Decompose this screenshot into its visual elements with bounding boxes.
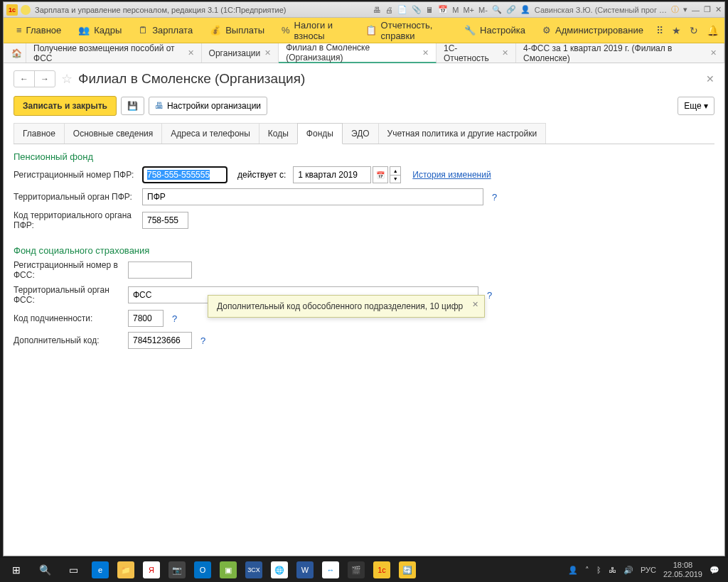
save-button[interactable]: 💾 (121, 97, 144, 115)
user-icon[interactable]: 👤 (520, 5, 530, 14)
date-spinner[interactable]: ▲▼ (390, 166, 401, 183)
tab-close-icon[interactable]: ✕ (502, 48, 508, 58)
itab-edo[interactable]: ЭДО (342, 123, 379, 144)
tray-up-icon[interactable]: ˄ (585, 566, 589, 575)
tb-taskview-icon[interactable]: ▭ (60, 559, 87, 581)
print-icon[interactable]: 🖶 (373, 6, 381, 14)
tb-explorer[interactable]: 📁 (114, 559, 138, 581)
page-title: Филиал в Смоленске (Организация) (78, 71, 305, 87)
pfr-code-label: Код территориального органа ПФР: (14, 210, 138, 230)
mplus-icon[interactable]: M+ (463, 6, 474, 14)
tb-yandex[interactable]: Я (139, 559, 164, 581)
tab-close-icon[interactable]: ✕ (264, 48, 271, 58)
menu-admin[interactable]: ⚙Администрирование (535, 22, 651, 38)
maximize-icon[interactable]: ❐ (704, 5, 711, 14)
tb-outlook[interactable]: O (191, 559, 215, 581)
pfr-reg-input[interactable] (142, 166, 228, 183)
tray-bt-icon[interactable]: ᛒ (596, 566, 601, 574)
tb-teamviewer[interactable]: ↔ (318, 559, 343, 581)
valid-from-input[interactable] (293, 166, 371, 183)
help-icon[interactable]: ? (487, 290, 492, 301)
tb-camera[interactable]: 📷 (165, 559, 189, 581)
tb-app3[interactable]: 🔄 (395, 559, 419, 581)
apps-icon[interactable]: ⠿ (656, 25, 663, 36)
fss-add-input[interactable] (128, 332, 192, 349)
itab-policy[interactable]: Учетная политика и другие настройки (378, 123, 547, 144)
itab-codes[interactable]: Коды (259, 123, 298, 144)
bell-icon[interactable]: 🔔 (707, 25, 719, 36)
close-icon[interactable]: ✕ (715, 5, 722, 14)
help-icon[interactable]: ? (200, 335, 205, 346)
info-icon[interactable]: ⓘ (671, 4, 679, 15)
tb-search-icon[interactable]: 🔍 (31, 559, 58, 581)
tray-vol-icon[interactable]: 🔊 (623, 566, 633, 575)
nav-back-icon[interactable]: ← (14, 71, 35, 87)
help-icon[interactable]: ? (172, 313, 177, 324)
save-close-button[interactable]: Записать и закрыть (14, 96, 117, 116)
m-icon[interactable]: M (452, 6, 459, 14)
print2-icon[interactable]: 🖨 (385, 6, 393, 14)
tab-4[interactable]: 4-ФСС за 1 квартал 2019 г. (Филиал в Смо… (516, 43, 724, 63)
tb-app2[interactable]: 3CX (242, 559, 266, 581)
tab-close-icon[interactable]: ✕ (188, 48, 194, 58)
menu-main[interactable]: ≡Главное (9, 22, 68, 38)
tb-1c[interactable]: 1c (370, 559, 394, 581)
pfr-terr-input[interactable] (142, 188, 483, 205)
calendar-icon[interactable]: 📅 (438, 5, 448, 14)
search-icon[interactable]: 🔍 (492, 5, 502, 14)
tab-close-icon[interactable]: ✕ (422, 48, 429, 58)
pfr-code-input[interactable] (142, 212, 188, 229)
tb-edge[interactable]: e (88, 559, 112, 581)
dropdown-icon[interactable]: ▾ (683, 5, 687, 14)
tb-word[interactable]: W (293, 559, 317, 581)
menu-kadry[interactable]: 👥Кадры (71, 22, 129, 38)
link-icon[interactable]: 🔗 (506, 5, 516, 14)
calendar-button[interactable]: 📅 (373, 166, 388, 183)
tray-notif-icon[interactable]: 💬 (710, 566, 719, 575)
clip-icon[interactable]: 📎 (412, 5, 422, 14)
tray-net-icon[interactable]: 🖧 (609, 566, 616, 574)
nav-fwd-icon[interactable]: → (35, 71, 55, 87)
itab-basic[interactable]: Основные сведения (64, 123, 162, 144)
fss-sub-input[interactable] (128, 310, 164, 327)
main-menu: ≡Главное 👥Кадры 🗒Зарплата 💰Выплаты %Нало… (4, 18, 724, 43)
tab-2[interactable]: Филиал в Смоленске (Организация)✕ (279, 43, 437, 63)
people-icon: 👥 (78, 25, 90, 36)
history-link[interactable]: История изменений (412, 170, 491, 180)
tooltip-close-icon[interactable]: ✕ (472, 300, 478, 309)
start-button[interactable]: ⊞ (3, 559, 30, 581)
itab-address[interactable]: Адреса и телефоны (161, 123, 259, 144)
mminus-icon[interactable]: M- (478, 6, 488, 14)
tab-home[interactable]: 🏠 (8, 43, 26, 63)
fss-reg-input[interactable] (128, 262, 192, 279)
menu-otchet[interactable]: 📋Отчетность, справки (358, 17, 454, 44)
tb-chrome[interactable]: 🌐 (267, 559, 291, 581)
menu-zarplata[interactable]: 🗒Зарплата (132, 22, 200, 38)
itab-main[interactable]: Главное (14, 123, 65, 144)
menu-vyplaty[interactable]: 💰Выплаты (203, 22, 272, 38)
tb-app1[interactable]: ▣ (216, 559, 240, 581)
itab-funds[interactable]: Фонды (297, 123, 343, 144)
doc-icon[interactable]: 📄 (397, 5, 407, 14)
pfr-section: Пенсионный фонд Регистрационный номер ПФ… (14, 151, 714, 235)
calc-icon[interactable]: 🖩 (426, 6, 434, 14)
menu-nastroika[interactable]: 🔧Настройка (457, 22, 532, 38)
tb-video[interactable]: 🎬 (344, 559, 368, 581)
help-icon[interactable]: ? (492, 192, 497, 203)
page-close-icon[interactable]: ✕ (706, 73, 714, 85)
user-label[interactable]: Савинская З.Ю. (Системный прог … (535, 6, 667, 14)
tab-close-icon[interactable]: ✕ (710, 48, 717, 58)
more-button[interactable]: Еще ▾ (678, 97, 714, 115)
menu-nalogi[interactable]: %Налоги и взносы (274, 17, 355, 44)
fav-star-icon[interactable]: ☆ (61, 71, 73, 87)
tray-person-icon[interactable]: 👤 (568, 566, 578, 575)
history-icon[interactable]: ↻ (690, 25, 698, 36)
tab-3[interactable]: 1С-Отчетность✕ (437, 43, 516, 63)
tray-lang[interactable]: РУС (641, 566, 656, 574)
star-icon[interactable]: ★ (672, 25, 681, 36)
minimize-icon[interactable]: — (692, 6, 700, 14)
tray-clock[interactable]: 18:08 22.05.2019 (663, 561, 702, 579)
tab-0[interactable]: Получение возмещения пособий от ФСС✕ (26, 43, 202, 63)
org-settings-button[interactable]: 🖶Настройки организации (149, 97, 267, 115)
tab-1[interactable]: Организации✕ (202, 43, 279, 63)
